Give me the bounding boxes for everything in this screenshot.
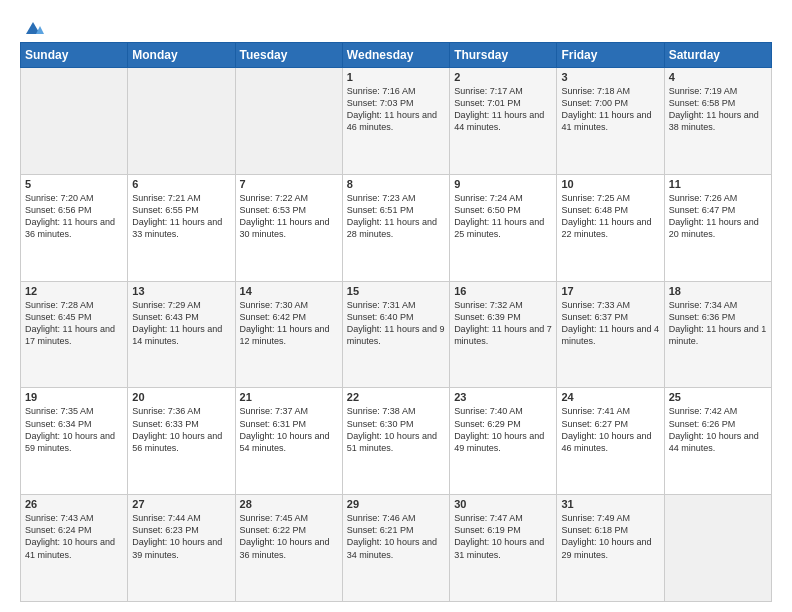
cell-content: Sunrise: 7:26 AM Sunset: 6:47 PM Dayligh…: [669, 192, 767, 241]
calendar-cell: 10Sunrise: 7:25 AM Sunset: 6:48 PM Dayli…: [557, 174, 664, 281]
weekday-header-wednesday: Wednesday: [342, 43, 449, 68]
day-number: 15: [347, 285, 445, 297]
week-row-3: 12Sunrise: 7:28 AM Sunset: 6:45 PM Dayli…: [21, 281, 772, 388]
calendar-cell: 14Sunrise: 7:30 AM Sunset: 6:42 PM Dayli…: [235, 281, 342, 388]
day-number: 20: [132, 391, 230, 403]
day-number: 23: [454, 391, 552, 403]
calendar-cell: 17Sunrise: 7:33 AM Sunset: 6:37 PM Dayli…: [557, 281, 664, 388]
calendar-cell: 8Sunrise: 7:23 AM Sunset: 6:51 PM Daylig…: [342, 174, 449, 281]
calendar-cell: 31Sunrise: 7:49 AM Sunset: 6:18 PM Dayli…: [557, 495, 664, 602]
cell-content: Sunrise: 7:29 AM Sunset: 6:43 PM Dayligh…: [132, 299, 230, 348]
weekday-header-thursday: Thursday: [450, 43, 557, 68]
calendar-cell: 12Sunrise: 7:28 AM Sunset: 6:45 PM Dayli…: [21, 281, 128, 388]
day-number: 4: [669, 71, 767, 83]
day-number: 1: [347, 71, 445, 83]
cell-content: Sunrise: 7:18 AM Sunset: 7:00 PM Dayligh…: [561, 85, 659, 134]
day-number: 12: [25, 285, 123, 297]
calendar-cell: 6Sunrise: 7:21 AM Sunset: 6:55 PM Daylig…: [128, 174, 235, 281]
weekday-header-sunday: Sunday: [21, 43, 128, 68]
calendar-cell: 4Sunrise: 7:19 AM Sunset: 6:58 PM Daylig…: [664, 68, 771, 175]
weekday-header-tuesday: Tuesday: [235, 43, 342, 68]
day-number: 3: [561, 71, 659, 83]
cell-content: Sunrise: 7:33 AM Sunset: 6:37 PM Dayligh…: [561, 299, 659, 348]
day-number: 31: [561, 498, 659, 510]
day-number: 17: [561, 285, 659, 297]
calendar-cell: 19Sunrise: 7:35 AM Sunset: 6:34 PM Dayli…: [21, 388, 128, 495]
cell-content: Sunrise: 7:32 AM Sunset: 6:39 PM Dayligh…: [454, 299, 552, 348]
week-row-5: 26Sunrise: 7:43 AM Sunset: 6:24 PM Dayli…: [21, 495, 772, 602]
cell-content: Sunrise: 7:43 AM Sunset: 6:24 PM Dayligh…: [25, 512, 123, 561]
day-number: 8: [347, 178, 445, 190]
calendar-cell: 5Sunrise: 7:20 AM Sunset: 6:56 PM Daylig…: [21, 174, 128, 281]
logo: [20, 16, 44, 34]
cell-content: Sunrise: 7:45 AM Sunset: 6:22 PM Dayligh…: [240, 512, 338, 561]
cell-content: Sunrise: 7:24 AM Sunset: 6:50 PM Dayligh…: [454, 192, 552, 241]
calendar-cell: [21, 68, 128, 175]
day-number: 19: [25, 391, 123, 403]
cell-content: Sunrise: 7:22 AM Sunset: 6:53 PM Dayligh…: [240, 192, 338, 241]
day-number: 14: [240, 285, 338, 297]
calendar-cell: [235, 68, 342, 175]
calendar-cell: 18Sunrise: 7:34 AM Sunset: 6:36 PM Dayli…: [664, 281, 771, 388]
cell-content: Sunrise: 7:49 AM Sunset: 6:18 PM Dayligh…: [561, 512, 659, 561]
calendar-cell: [128, 68, 235, 175]
day-number: 18: [669, 285, 767, 297]
cell-content: Sunrise: 7:37 AM Sunset: 6:31 PM Dayligh…: [240, 405, 338, 454]
cell-content: Sunrise: 7:41 AM Sunset: 6:27 PM Dayligh…: [561, 405, 659, 454]
cell-content: Sunrise: 7:36 AM Sunset: 6:33 PM Dayligh…: [132, 405, 230, 454]
cell-content: Sunrise: 7:28 AM Sunset: 6:45 PM Dayligh…: [25, 299, 123, 348]
header: [20, 16, 772, 34]
cell-content: Sunrise: 7:31 AM Sunset: 6:40 PM Dayligh…: [347, 299, 445, 348]
calendar-cell: 11Sunrise: 7:26 AM Sunset: 6:47 PM Dayli…: [664, 174, 771, 281]
calendar-table: SundayMondayTuesdayWednesdayThursdayFrid…: [20, 42, 772, 602]
calendar-cell: 3Sunrise: 7:18 AM Sunset: 7:00 PM Daylig…: [557, 68, 664, 175]
cell-content: Sunrise: 7:40 AM Sunset: 6:29 PM Dayligh…: [454, 405, 552, 454]
weekday-header-saturday: Saturday: [664, 43, 771, 68]
day-number: 13: [132, 285, 230, 297]
cell-content: Sunrise: 7:34 AM Sunset: 6:36 PM Dayligh…: [669, 299, 767, 348]
cell-content: Sunrise: 7:35 AM Sunset: 6:34 PM Dayligh…: [25, 405, 123, 454]
cell-content: Sunrise: 7:47 AM Sunset: 6:19 PM Dayligh…: [454, 512, 552, 561]
calendar-cell: 26Sunrise: 7:43 AM Sunset: 6:24 PM Dayli…: [21, 495, 128, 602]
cell-content: Sunrise: 7:17 AM Sunset: 7:01 PM Dayligh…: [454, 85, 552, 134]
day-number: 7: [240, 178, 338, 190]
calendar-cell: 9Sunrise: 7:24 AM Sunset: 6:50 PM Daylig…: [450, 174, 557, 281]
day-number: 27: [132, 498, 230, 510]
week-row-4: 19Sunrise: 7:35 AM Sunset: 6:34 PM Dayli…: [21, 388, 772, 495]
calendar-cell: 2Sunrise: 7:17 AM Sunset: 7:01 PM Daylig…: [450, 68, 557, 175]
weekday-header-monday: Monday: [128, 43, 235, 68]
calendar-cell: 24Sunrise: 7:41 AM Sunset: 6:27 PM Dayli…: [557, 388, 664, 495]
calendar-cell: 22Sunrise: 7:38 AM Sunset: 6:30 PM Dayli…: [342, 388, 449, 495]
day-number: 26: [25, 498, 123, 510]
day-number: 9: [454, 178, 552, 190]
calendar-cell: 15Sunrise: 7:31 AM Sunset: 6:40 PM Dayli…: [342, 281, 449, 388]
calendar-cell: 28Sunrise: 7:45 AM Sunset: 6:22 PM Dayli…: [235, 495, 342, 602]
calendar-cell: 25Sunrise: 7:42 AM Sunset: 6:26 PM Dayli…: [664, 388, 771, 495]
calendar-cell: 16Sunrise: 7:32 AM Sunset: 6:39 PM Dayli…: [450, 281, 557, 388]
day-number: 5: [25, 178, 123, 190]
weekday-header-friday: Friday: [557, 43, 664, 68]
calendar-cell: 1Sunrise: 7:16 AM Sunset: 7:03 PM Daylig…: [342, 68, 449, 175]
weekday-header-row: SundayMondayTuesdayWednesdayThursdayFrid…: [21, 43, 772, 68]
cell-content: Sunrise: 7:25 AM Sunset: 6:48 PM Dayligh…: [561, 192, 659, 241]
day-number: 29: [347, 498, 445, 510]
logo-icon: [22, 16, 44, 38]
day-number: 21: [240, 391, 338, 403]
cell-content: Sunrise: 7:20 AM Sunset: 6:56 PM Dayligh…: [25, 192, 123, 241]
cell-content: Sunrise: 7:23 AM Sunset: 6:51 PM Dayligh…: [347, 192, 445, 241]
day-number: 30: [454, 498, 552, 510]
cell-content: Sunrise: 7:21 AM Sunset: 6:55 PM Dayligh…: [132, 192, 230, 241]
calendar-cell: 29Sunrise: 7:46 AM Sunset: 6:21 PM Dayli…: [342, 495, 449, 602]
cell-content: Sunrise: 7:44 AM Sunset: 6:23 PM Dayligh…: [132, 512, 230, 561]
cell-content: Sunrise: 7:16 AM Sunset: 7:03 PM Dayligh…: [347, 85, 445, 134]
day-number: 24: [561, 391, 659, 403]
day-number: 16: [454, 285, 552, 297]
cell-content: Sunrise: 7:46 AM Sunset: 6:21 PM Dayligh…: [347, 512, 445, 561]
day-number: 2: [454, 71, 552, 83]
calendar-cell: [664, 495, 771, 602]
day-number: 10: [561, 178, 659, 190]
calendar-cell: 23Sunrise: 7:40 AM Sunset: 6:29 PM Dayli…: [450, 388, 557, 495]
cell-content: Sunrise: 7:30 AM Sunset: 6:42 PM Dayligh…: [240, 299, 338, 348]
day-number: 22: [347, 391, 445, 403]
cell-content: Sunrise: 7:42 AM Sunset: 6:26 PM Dayligh…: [669, 405, 767, 454]
